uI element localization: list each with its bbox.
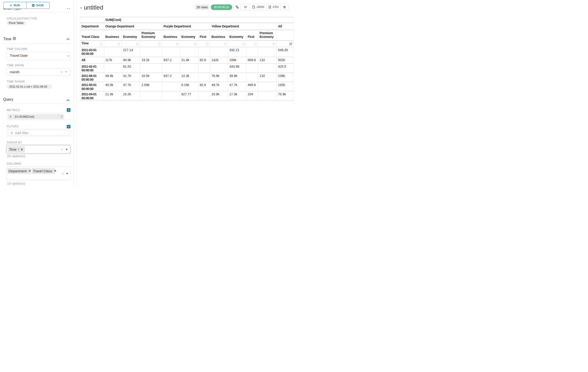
svg-text:</>: </>	[253, 7, 254, 8]
